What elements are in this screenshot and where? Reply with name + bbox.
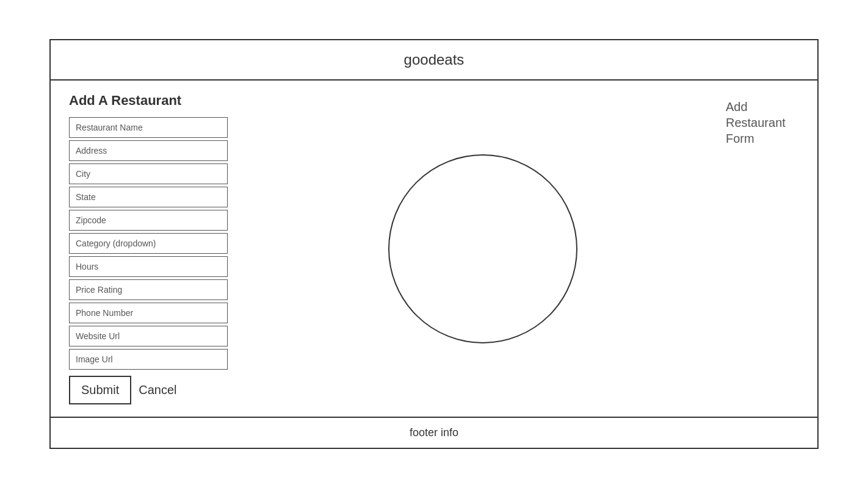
price-rating-input[interactable]: [69, 279, 228, 300]
app-title: goodeats: [404, 51, 465, 68]
image-url-input[interactable]: [69, 349, 228, 370]
phone-number-input[interactable]: [69, 303, 228, 323]
form-section: Add A Restaurant Submit Cancel: [69, 93, 240, 404]
form-title: Add A Restaurant: [69, 93, 240, 109]
form-fields: [69, 117, 240, 370]
zipcode-input[interactable]: [69, 210, 228, 231]
form-actions: Submit Cancel: [69, 376, 240, 404]
image-preview-circle: [388, 154, 577, 343]
app-header: goodeats: [51, 40, 817, 81]
city-input[interactable]: [69, 163, 228, 184]
hours-input[interactable]: [69, 256, 228, 277]
website-url-input[interactable]: [69, 326, 228, 346]
main-content: Add A Restaurant Submit Cancel: [51, 81, 817, 417]
category-input[interactable]: [69, 233, 228, 254]
state-input[interactable]: [69, 187, 228, 207]
cancel-button[interactable]: Cancel: [139, 383, 176, 397]
address-input[interactable]: [69, 140, 228, 161]
app-wrapper: goodeats Add A Restaurant Submit Ca: [49, 39, 819, 449]
restaurant-name-input[interactable]: [69, 117, 228, 138]
sidebar-note: Add Restaurant Form: [726, 93, 799, 404]
footer-text: footer info: [410, 426, 458, 439]
submit-button[interactable]: Submit: [69, 376, 131, 404]
image-preview-section: [264, 93, 701, 404]
app-footer: footer info: [51, 417, 817, 448]
